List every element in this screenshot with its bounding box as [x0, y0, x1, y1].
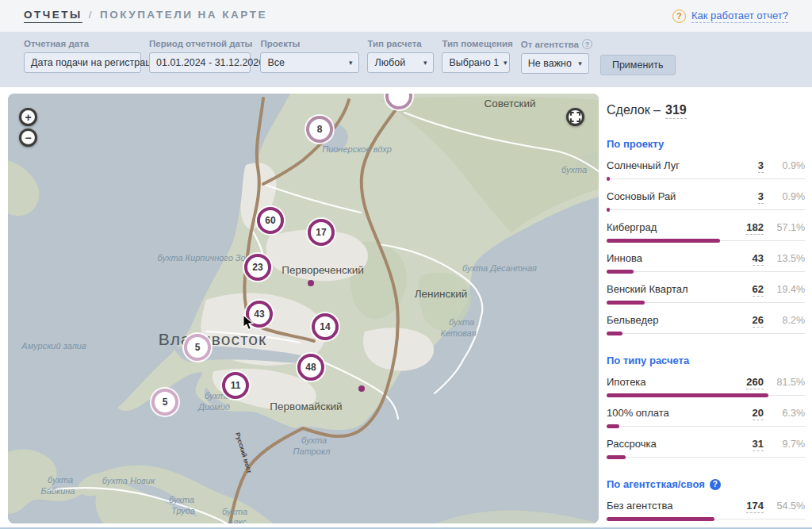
- map-cluster[interactable]: 17: [308, 219, 335, 246]
- map-cluster[interactable]: 60: [257, 207, 284, 234]
- question-icon: ?: [672, 10, 686, 23]
- question-icon[interactable]: ?: [710, 479, 721, 490]
- stat-percent: 6.3%: [764, 408, 805, 419]
- stat-row: 100% оплата206.3%: [607, 407, 805, 428]
- stats-section: По проектуСолнечный Луг30.9%Сосновый Рай…: [607, 138, 805, 335]
- question-icon[interactable]: ?: [582, 39, 592, 49]
- filter-select[interactable]: Все ▾: [260, 52, 359, 73]
- stat-bar-track: [607, 270, 805, 274]
- filter-field: От агентства ? Не важно ▾: [521, 39, 592, 74]
- stat-bar-track: [607, 332, 805, 335]
- stat-value[interactable]: 174: [746, 500, 764, 513]
- map-cluster[interactable]: 14: [312, 313, 339, 340]
- page-title: ПОКУПАТЕЛИ НА КАРТЕ: [100, 9, 267, 21]
- stat-label: Рассрочка: [607, 438, 753, 450]
- stat-percent: 19.4%: [764, 284, 805, 295]
- map-fullscreen-button[interactable]: [566, 108, 584, 126]
- filter-field: Проекты ? Все ▾: [260, 39, 359, 74]
- map-tiles: [8, 94, 599, 523]
- map-point[interactable]: [308, 280, 314, 286]
- stats-section: По типу расчетаИпотека26081.5%100% оплат…: [607, 355, 805, 459]
- filter-value: Любой: [374, 57, 405, 68]
- content: СоветскийПионерское вдхрбухтабухта Кирпи…: [0, 87, 812, 529]
- stats-section: По агентсткая/своя?Без агентства17454.5%…: [607, 478, 805, 529]
- apply-button[interactable]: Применить: [600, 55, 676, 75]
- stat-bar: [607, 455, 626, 459]
- map-cluster[interactable]: 23: [244, 254, 271, 281]
- map-point[interactable]: [358, 385, 365, 392]
- filter-fields: Отчетная дата ? Дата подачи на регистрац…: [24, 39, 592, 74]
- stat-bar-track: [607, 301, 805, 305]
- stat-value[interactable]: 43: [753, 252, 764, 266]
- help-link[interactable]: ? Как работает отчет?: [672, 10, 788, 23]
- stat-value[interactable]: 3: [758, 159, 764, 173]
- filter-label-text: Период отчетной даты: [149, 39, 252, 48]
- stat-bar: [607, 208, 610, 212]
- map-cluster[interactable]: 5: [151, 389, 178, 416]
- filter-label: Период отчетной даты ?: [149, 39, 252, 48]
- stat-row: Венский Квартал6219.4%: [607, 283, 805, 305]
- stat-percent: 13.5%: [764, 253, 805, 264]
- map[interactable]: СоветскийПионерское вдхрбухтабухта Кирпи…: [8, 94, 599, 523]
- filter-select[interactable]: Любой ▾: [367, 52, 434, 73]
- filter-label-text: Проекты: [260, 39, 300, 48]
- map-cluster[interactable]: 8: [306, 116, 333, 143]
- breadcrumb-reports-link[interactable]: ОТЧЕТЫ: [24, 9, 82, 23]
- chevron-down-icon: ▾: [504, 59, 508, 67]
- stat-bar-track: [607, 393, 805, 397]
- stat-bar: [607, 517, 714, 521]
- stat-percent: 54.5%: [764, 500, 805, 512]
- filter-value: Не важно: [528, 58, 572, 69]
- filter-value: Выбрано 1: [449, 57, 499, 68]
- stat-percent: 8.2%: [764, 315, 805, 326]
- stat-bar-track: [607, 517, 805, 521]
- stat-bar-track: [607, 177, 805, 181]
- stat-percent: 0.9%: [764, 160, 805, 171]
- help-link-label: Как работает отчет?: [691, 10, 788, 23]
- filter-label-text: Тип помещения: [442, 39, 512, 48]
- filter-label: Тип помещения ?: [442, 39, 512, 48]
- section-title: По агентсткая/своя?: [607, 478, 805, 490]
- stat-value[interactable]: 3: [758, 190, 764, 204]
- stat-percent: 0.9%: [764, 191, 805, 202]
- map-zoom-in-button[interactable]: +: [19, 108, 37, 126]
- stat-bar-track: [607, 424, 805, 428]
- filter-select[interactable]: Не важно ▾: [521, 53, 589, 74]
- stats-sections: По проектуСолнечный Луг30.9%Сосновый Рай…: [607, 138, 805, 529]
- filter-value: 01.01.2024 - 31.12.2026: [156, 57, 264, 68]
- filter-value: Дата подачи на регистрацию: [31, 57, 164, 68]
- stat-row: Иннова4313.5%: [607, 252, 805, 274]
- breadcrumb: ОТЧЕТЫ / ПОКУПАТЕЛИ НА КАРТЕ: [24, 9, 267, 23]
- deals-value[interactable]: 319: [665, 103, 687, 119]
- map-cluster[interactable]: 43: [246, 301, 273, 328]
- stat-value[interactable]: 31: [753, 438, 764, 451]
- map-cluster[interactable]: 5: [184, 334, 211, 361]
- filter-select[interactable]: Дата подачи на регистрацию ▾: [24, 52, 141, 73]
- stat-value[interactable]: 26: [753, 314, 764, 328]
- section-title-text: По агентсткая/своя: [607, 478, 705, 490]
- stat-bar: [607, 332, 622, 335]
- stat-row: Ипотека26081.5%: [607, 376, 805, 397]
- stat-bar: [607, 393, 768, 397]
- map-cluster[interactable]: 48: [297, 354, 324, 381]
- filter-value: Все: [267, 57, 285, 68]
- stat-bar: [607, 270, 634, 274]
- filter-input[interactable]: 01.01.2024 - 31.12.2026: [149, 52, 251, 73]
- fullscreen-icon: [570, 112, 580, 122]
- stat-row: Без агентства17454.5%: [607, 500, 805, 521]
- stat-row: Рассрочка319.7%: [607, 438, 805, 459]
- stat-label: Киберград: [607, 221, 746, 233]
- stat-value[interactable]: 20: [753, 407, 764, 420]
- stat-value[interactable]: 182: [746, 221, 764, 235]
- stat-value[interactable]: 260: [746, 376, 764, 389]
- map-zoom-controls: + −: [19, 108, 37, 147]
- filter-field: Период отчетной даты ? 01.01.2024 - 31.1…: [149, 39, 252, 74]
- filter-select[interactable]: Выбрано 1 ▾: [442, 52, 510, 73]
- stat-value[interactable]: 62: [753, 283, 764, 297]
- map-cluster[interactable]: 11: [222, 372, 249, 399]
- section-title: По проекту: [607, 138, 805, 150]
- stat-percent: 57.1%: [764, 222, 805, 233]
- page: ОТЧЕТЫ / ПОКУПАТЕЛИ НА КАРТЕ ? Как работ…: [0, 0, 812, 529]
- stat-bar: [607, 424, 619, 428]
- map-zoom-out-button[interactable]: −: [19, 128, 37, 147]
